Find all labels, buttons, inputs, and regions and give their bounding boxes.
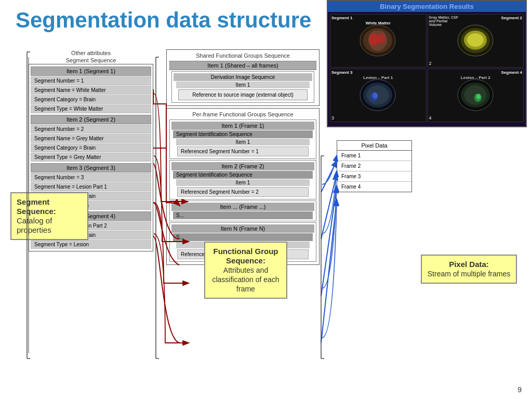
brain-svg-4: [456, 76, 495, 115]
svg-point-11: [373, 92, 378, 99]
brain-panel-title: Binary Segmentation Results: [328, 1, 526, 12]
brain-cell-3: Segment 3 Lesion – Part 1 3: [330, 69, 427, 122]
seg-item3-attr2: Segment Name = Lesion Part 1: [31, 182, 151, 191]
brain-image-panel: Binary Segmentation Results Segment 1 Wh…: [327, 0, 527, 127]
seg-item2-attr3: Segment Category = Brain: [31, 143, 151, 152]
seg-item1-attr3: Segment Category = Brain: [31, 95, 151, 104]
brain-cell-2: Segment 2 Gray Matter, CSF and Partial V…: [428, 14, 524, 68]
seg4-sublabel: Lesion – Part 2: [461, 75, 490, 80]
seg-item2-attr1: Segment Number = 2: [31, 125, 151, 134]
pixel-frame1: Frame 1: [337, 151, 411, 161]
frameN2-header: Item N (Frame N): [171, 224, 314, 233]
seg3-sublabel: Lesion – Part 1: [363, 75, 393, 80]
seg3-label: Segment 3: [331, 70, 352, 75]
seg-item1-attr1: Segment Number = 1: [31, 76, 151, 85]
svg-point-15: [476, 94, 481, 99]
frameN-seg-id-seq: S...: [173, 211, 313, 219]
pixel-annotation-title: Pixel Data:: [449, 260, 489, 269]
pixel-data-panel: Pixel Data Frame 1 Frame 2 Frame 3 Frame…: [337, 140, 412, 192]
seg-annotation-body: Catalog of properties: [17, 216, 52, 234]
brain-svg-1: [358, 21, 397, 60]
svg-point-3: [377, 33, 385, 44]
seg-item1-attr4: Segment Type = White Matter: [31, 104, 151, 113]
pixel-data-annotation: Pixel Data: Stream of multiple frames: [421, 255, 517, 284]
shared-item-header: Item 1 (Shared – all frames): [169, 61, 316, 70]
page-number: 9: [517, 385, 522, 394]
other-attrs-label: Other attributes: [29, 49, 153, 57]
seg-item4-attr4: Segment Type = Lesion: [31, 240, 151, 249]
brain-grid: Segment 1 White Matter Segment 2 Gray Ma…: [328, 12, 526, 124]
pixel-annotation-body: Stream of multiple frames: [428, 270, 511, 278]
seg4-number: 4: [429, 115, 432, 121]
seg-item2-attr2: Segment Name = Grey Matter: [31, 134, 151, 143]
frame2-ref-seg: Referenced Segment Number = 2: [177, 187, 309, 197]
seg3-number: 3: [331, 115, 334, 121]
functional-group-annotation: Functional Group Sequence: Attributes an…: [204, 242, 287, 299]
derivation-item-label: Item 1: [176, 82, 310, 88]
per-frame-fg-label: Per-frame Functional Groups Sequence: [168, 110, 317, 118]
func-annotation-title: Functional Group Sequence:: [214, 247, 278, 265]
frame1-header: Item 1 (Frame 1): [171, 122, 314, 130]
seg-item1-header: Item 1 (Segment 1): [31, 66, 151, 76]
frameN2-seg-id-seq: S...: [173, 233, 313, 241]
functional-groups-panel: Shared Functional Groups Sequence Item 1…: [166, 49, 320, 265]
svg-point-7: [467, 33, 484, 47]
segment-sequence-annotation: Segment Sequence: Catalog of properties: [10, 192, 88, 240]
segment-sequence-label: Segment Sequence: [29, 57, 153, 64]
pixel-data-header: Pixel Data: [337, 141, 411, 151]
seg1-label: Segment 1: [331, 16, 352, 20]
pixel-frame2: Frame 2: [337, 161, 411, 171]
seg-item2-header: Item 2 (Segment 2): [31, 115, 151, 124]
seg-item2-attr4: Segment Type = Grey Matter: [31, 153, 151, 162]
brain-cell-4: Segment 4 Lesion – Part 2 4: [428, 69, 524, 122]
brain-svg-2: [456, 21, 495, 60]
frame1-item: Item 1: [176, 139, 310, 145]
frame2-header: Item 2 (Frame 2): [171, 162, 314, 170]
frame1-seg-id-seq: Segment Identification Sequence: [173, 130, 313, 138]
seg2-label: Segment 2: [501, 16, 522, 20]
brain-svg-3: [358, 76, 397, 115]
pixel-frame3: Frame 3: [337, 171, 411, 182]
pixel-frame4: Frame 4: [337, 182, 411, 192]
seg-item3-header: Item 3 (Segment 3): [31, 163, 151, 172]
frameN-header: Item ... (Frame ...): [171, 203, 314, 211]
shared-fg-label: Shared Functional Groups Sequence: [168, 51, 317, 60]
seg-annotation-title: Segment Sequence:: [17, 197, 56, 216]
frame2-item: Item 1: [176, 179, 310, 186]
frame2-seg-id-seq: Segment Identification Sequence: [173, 171, 313, 179]
seg2-number: 2: [429, 61, 432, 66]
derivation-seq-label: Derivation Image Sequence: [174, 73, 312, 81]
seg4-label: Segment 4: [501, 70, 522, 75]
seg1-sublabel: White Matter: [366, 21, 391, 25]
seg-item1-attr2: Segment Name = White Matter: [31, 86, 151, 95]
reference-text: Reference to source image (external obje…: [178, 89, 308, 100]
frame1-ref-seg: Referenced Segment Number = 1: [177, 147, 309, 156]
brain-cell-1: Segment 1 White Matter: [330, 14, 427, 68]
func-annotation-body: Attributes and classification of each fr…: [212, 266, 279, 293]
seg2-sublabel: Gray Matter, CSF and Partial Volume: [429, 16, 460, 26]
seg-item3-attr1: Segment Number = 3: [31, 173, 151, 182]
